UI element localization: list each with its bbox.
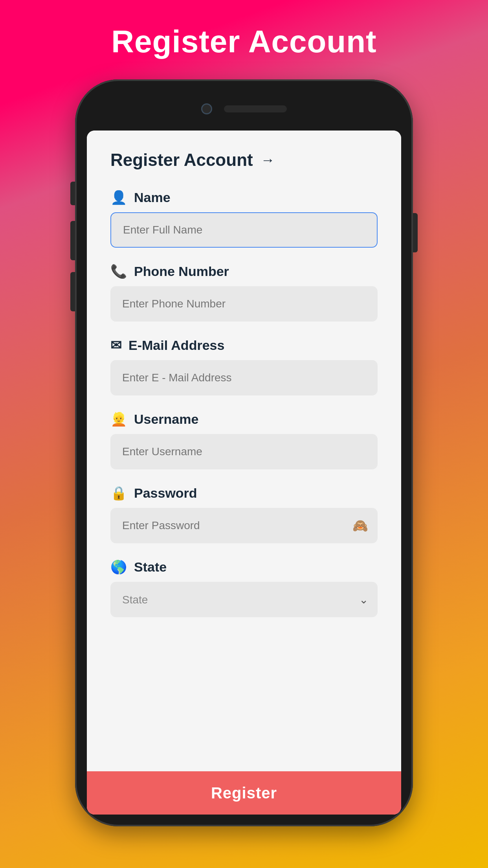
email-field-group: ✉ E-Mail Address [110,337,378,395]
front-camera [201,103,212,114]
email-label: ✉ E-Mail Address [110,337,378,353]
state-select-wrapper: State Alabama Alaska Arizona California … [110,582,378,617]
phone-top-bar [87,91,401,127]
volume-up-button [70,221,75,260]
mute-button [70,182,75,205]
password-label: 🔒 Password [110,485,378,501]
phone-screen: Register Account → 👤 Name 📞 Phone Number [87,131,401,815]
password-field-group: 🔒 Password 🙈 [110,485,378,543]
speaker-grille [224,105,287,112]
power-button [413,213,418,252]
email-input[interactable] [110,360,378,395]
location-icon: 🌎 [110,559,127,575]
mail-icon: ✉ [110,337,121,353]
app-header-title: Register Account [110,150,253,170]
phone-icon: 📞 [110,263,127,279]
email-label-text: E-Mail Address [128,338,224,353]
phone-label-text: Phone Number [134,264,229,279]
account-circle-icon: 👱 [110,411,127,427]
username-label: 👱 Username [110,411,378,427]
password-input[interactable] [110,508,378,543]
phone-frame: Register Account → 👤 Name 📞 Phone Number [75,79,413,826]
name-field-group: 👤 Name [110,189,378,248]
page-title: Register Account [111,24,376,60]
toggle-password-visibility-icon[interactable]: 🙈 [352,518,368,533]
person-icon: 👤 [110,189,127,205]
password-label-text: Password [134,485,197,501]
state-label: 🌎 State [110,559,378,575]
phone-label: 📞 Phone Number [110,263,378,279]
volume-down-button [70,272,75,311]
app-header: Register Account → [110,150,378,170]
name-label: 👤 Name [110,189,378,205]
name-label-text: Name [134,190,171,205]
username-input[interactable] [110,434,378,469]
name-input[interactable] [110,212,378,248]
state-field-group: 🌎 State State Alabama Alaska Arizona Cal… [110,559,378,617]
username-label-text: Username [134,412,198,427]
phone-field-group: 📞 Phone Number [110,263,378,322]
lock-icon: 🔒 [110,485,127,501]
register-button[interactable]: Register [87,771,401,815]
username-field-group: 👱 Username [110,411,378,469]
header-arrow-icon: → [261,152,275,168]
phone-input[interactable] [110,286,378,322]
state-label-text: State [134,559,167,575]
state-select[interactable]: State Alabama Alaska Arizona California … [110,582,378,617]
app-content: Register Account → 👤 Name 📞 Phone Number [87,131,401,771]
password-wrapper: 🙈 [110,508,378,543]
